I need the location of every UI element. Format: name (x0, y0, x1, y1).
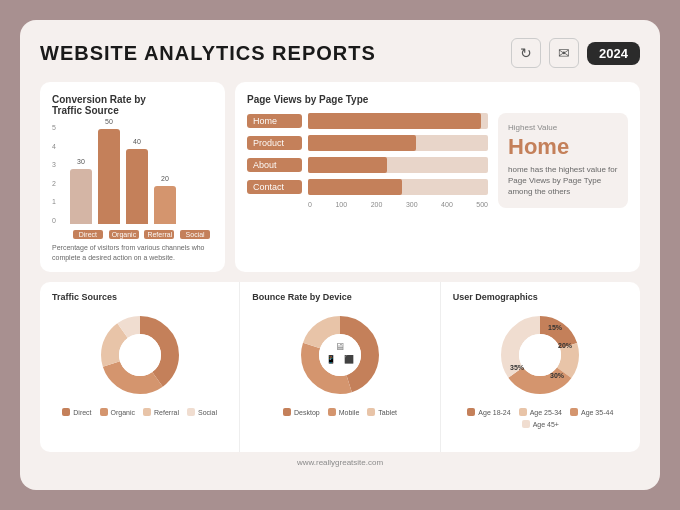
legend-direct-dot (62, 408, 70, 416)
svg-text:📱: 📱 (326, 354, 336, 364)
dashboard: WEBSITE ANALYTICS REPORTS ↻ ✉ 2024 Conve… (20, 20, 660, 490)
demographics-title: User Demographics (453, 292, 628, 302)
x-axis-labels: Direct Organic Referral Social (52, 230, 213, 239)
refresh-button[interactable]: ↻ (511, 38, 541, 68)
refresh-icon: ↻ (520, 45, 532, 61)
hv-desc: home has the highest value for Page View… (508, 164, 618, 198)
legend-age1824-dot (467, 408, 475, 416)
footer: www.reallygreatsite.com (40, 458, 640, 467)
svg-text:🖥: 🖥 (335, 341, 345, 352)
mail-icon: ✉ (558, 45, 570, 61)
legend-social-dot (187, 408, 195, 416)
traffic-donut-chart (95, 310, 185, 400)
header-actions: ↻ ✉ 2024 (511, 38, 640, 68)
pageviews-card: Page Views by Page Type Home Product (235, 82, 640, 272)
legend-mobile-dot (328, 408, 336, 416)
svg-text:⬛: ⬛ (344, 354, 354, 364)
traffic-legend: Direct Organic Referral Social (52, 408, 227, 416)
bar-chart: 30 50 40 20 (52, 124, 213, 224)
bottom-row-card: Traffic Sources (40, 282, 640, 452)
hbar-home: Home (247, 113, 488, 129)
pageviews-inner: Home Product About (247, 113, 628, 208)
bar-social-fill (154, 186, 176, 224)
conversion-rate-card: Conversion Rate byTraffic Source 5 4 3 2… (40, 82, 225, 272)
traffic-donut-container (52, 310, 227, 400)
traffic-sources-title: Traffic Sources (52, 292, 227, 302)
svg-point-4 (119, 334, 161, 376)
main-grid: Conversion Rate byTraffic Source 5 4 3 2… (40, 82, 640, 452)
legend-age2534-dot (519, 408, 527, 416)
svg-text:15%: 15% (548, 324, 563, 331)
bar-referral-fill (126, 149, 148, 224)
traffic-sources-section: Traffic Sources (40, 282, 240, 452)
demo-donut-chart: 15% 20% 30% 35% (495, 310, 585, 400)
page-title: WEBSITE ANALYTICS REPORTS (40, 42, 376, 65)
hbar-about: About (247, 157, 488, 173)
header: WEBSITE ANALYTICS REPORTS ↻ ✉ 2024 (40, 38, 640, 68)
year-badge: 2024 (587, 42, 640, 65)
bar-referral: 40 (126, 138, 148, 224)
legend-tablet-dot (367, 408, 375, 416)
highest-value-box: Highest Value Home home has the highest … (498, 113, 628, 208)
svg-text:35%: 35% (510, 364, 525, 371)
hbar-contact: Contact (247, 179, 488, 195)
hv-main: Home (508, 134, 618, 160)
legend-desktop-dot (283, 408, 291, 416)
legend-organic-dot (100, 408, 108, 416)
legend-referral-dot (143, 408, 151, 416)
svg-text:30%: 30% (550, 372, 565, 379)
footer-url: www.reallygreatsite.com (297, 458, 383, 467)
bounce-donut-chart: 🖥 📱 ⬛ (295, 310, 385, 400)
svg-point-16 (519, 334, 561, 376)
demographics-section: User Demographics 15% 20% 30% (441, 282, 640, 452)
bar-direct-fill (70, 169, 92, 224)
conversion-desc: Percentage of visitors from various chan… (52, 243, 213, 263)
bounce-rate-section: Bounce Rate by Device 🖥 📱 ⬛ (240, 282, 440, 452)
pageviews-title: Page Views by Page Type (247, 94, 628, 105)
bar-direct: 30 (70, 158, 92, 224)
bounce-rate-title: Bounce Rate by Device (252, 292, 427, 302)
hbar-product: Product (247, 135, 488, 151)
bar-organic-fill (98, 129, 120, 224)
bounce-legend: Desktop Mobile Tablet (252, 408, 427, 416)
h-axis: 0 100 200 300 400 500 (247, 201, 488, 208)
bar-organic: 50 (98, 118, 120, 224)
conversion-title: Conversion Rate byTraffic Source (52, 94, 213, 116)
demo-donut-container: 15% 20% 30% 35% (453, 310, 628, 400)
bar-social: 20 (154, 175, 176, 224)
horizontal-bar-chart: Home Product About (247, 113, 488, 208)
mail-button[interactable]: ✉ (549, 38, 579, 68)
legend-age3544-dot (570, 408, 578, 416)
hv-sub: Highest Value (508, 123, 618, 132)
svg-text:20%: 20% (558, 342, 573, 349)
legend-age45plus-dot (522, 420, 530, 428)
demo-legend: Age 18-24 Age 25-34 Age 35-44 Age 45+ (453, 408, 628, 428)
bounce-donut-container: 🖥 📱 ⬛ (252, 310, 427, 400)
